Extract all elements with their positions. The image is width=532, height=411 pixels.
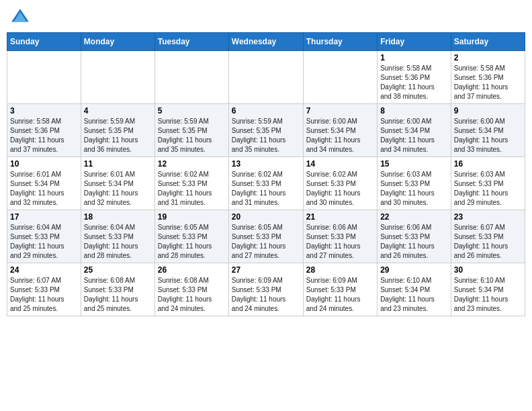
weekday-header: Saturday (451, 33, 525, 51)
calendar-cell (154, 51, 228, 104)
weekday-header: Sunday (7, 33, 81, 51)
day-info: Sunrise: 5:58 AM Sunset: 5:36 PM Dayligh… (10, 117, 78, 154)
day-info: Sunrise: 6:06 AM Sunset: 5:33 PM Dayligh… (306, 223, 374, 261)
calendar-cell: 18Sunrise: 6:04 AM Sunset: 5:33 PM Dayli… (81, 210, 154, 263)
day-info: Sunrise: 6:02 AM Sunset: 5:33 PM Dayligh… (232, 170, 300, 208)
calendar-cell: 6Sunrise: 5:59 AM Sunset: 5:35 PM Daylig… (228, 104, 303, 157)
calendar-cell: 2Sunrise: 5:58 AM Sunset: 5:36 PM Daylig… (451, 51, 525, 104)
day-number: 5 (158, 106, 226, 116)
calendar-week-row: 17Sunrise: 6:04 AM Sunset: 5:33 PM Dayli… (7, 210, 525, 263)
calendar-cell: 16Sunrise: 6:03 AM Sunset: 5:33 PM Dayli… (451, 157, 525, 210)
weekday-header: Thursday (303, 33, 377, 51)
day-number: 12 (158, 159, 226, 169)
day-number: 14 (306, 159, 374, 169)
day-info: Sunrise: 6:01 AM Sunset: 5:34 PM Dayligh… (84, 170, 152, 208)
day-info: Sunrise: 6:00 AM Sunset: 5:34 PM Dayligh… (454, 117, 522, 154)
day-number: 18 (84, 212, 152, 222)
calendar: SundayMondayTuesdayWednesdayThursdayFrid… (7, 32, 525, 316)
day-number: 8 (380, 106, 448, 116)
calendar-cell: 13Sunrise: 6:02 AM Sunset: 5:33 PM Dayli… (228, 157, 303, 210)
calendar-cell: 14Sunrise: 6:02 AM Sunset: 5:33 PM Dayli… (303, 157, 377, 210)
calendar-cell: 9Sunrise: 6:00 AM Sunset: 5:34 PM Daylig… (451, 104, 525, 157)
day-info: Sunrise: 6:02 AM Sunset: 5:33 PM Dayligh… (306, 170, 374, 208)
day-info: Sunrise: 5:59 AM Sunset: 5:35 PM Dayligh… (158, 117, 226, 154)
day-info: Sunrise: 6:01 AM Sunset: 5:34 PM Dayligh… (10, 170, 78, 208)
calendar-cell: 23Sunrise: 6:07 AM Sunset: 5:33 PM Dayli… (451, 210, 525, 263)
weekday-header: Monday (81, 33, 154, 51)
day-number: 19 (158, 212, 226, 222)
day-info: Sunrise: 6:02 AM Sunset: 5:33 PM Dayligh… (158, 170, 226, 208)
calendar-cell: 28Sunrise: 6:09 AM Sunset: 5:33 PM Dayli… (303, 263, 377, 316)
day-info: Sunrise: 6:03 AM Sunset: 5:33 PM Dayligh… (454, 170, 522, 208)
day-info: Sunrise: 6:10 AM Sunset: 5:34 PM Dayligh… (454, 276, 522, 314)
day-number: 27 (232, 265, 300, 275)
day-number: 29 (380, 265, 448, 275)
day-number: 22 (380, 212, 448, 222)
calendar-cell: 27Sunrise: 6:09 AM Sunset: 5:33 PM Dayli… (228, 263, 303, 316)
day-number: 10 (10, 159, 78, 169)
day-info: Sunrise: 6:00 AM Sunset: 5:34 PM Dayligh… (380, 117, 448, 154)
day-info: Sunrise: 6:05 AM Sunset: 5:33 PM Dayligh… (232, 223, 300, 261)
day-number: 25 (84, 265, 152, 275)
calendar-cell: 26Sunrise: 6:08 AM Sunset: 5:33 PM Dayli… (154, 263, 228, 316)
calendar-cell: 20Sunrise: 6:05 AM Sunset: 5:33 PM Dayli… (228, 210, 303, 263)
calendar-cell (303, 51, 377, 104)
calendar-cell: 24Sunrise: 6:07 AM Sunset: 5:33 PM Dayli… (7, 263, 81, 316)
day-info: Sunrise: 6:07 AM Sunset: 5:33 PM Dayligh… (454, 223, 522, 261)
day-number: 2 (454, 53, 522, 62)
calendar-cell: 5Sunrise: 5:59 AM Sunset: 5:35 PM Daylig… (154, 104, 228, 157)
calendar-cell: 25Sunrise: 6:08 AM Sunset: 5:33 PM Dayli… (81, 263, 154, 316)
calendar-cell: 30Sunrise: 6:10 AM Sunset: 5:34 PM Dayli… (451, 263, 525, 316)
day-info: Sunrise: 5:58 AM Sunset: 5:36 PM Dayligh… (454, 64, 522, 101)
weekday-header-row: SundayMondayTuesdayWednesdayThursdayFrid… (7, 33, 525, 51)
day-info: Sunrise: 5:58 AM Sunset: 5:36 PM Dayligh… (380, 64, 448, 101)
day-info: Sunrise: 6:00 AM Sunset: 5:34 PM Dayligh… (306, 117, 374, 154)
day-info: Sunrise: 5:59 AM Sunset: 5:35 PM Dayligh… (84, 117, 152, 154)
weekday-header: Tuesday (154, 33, 228, 51)
calendar-cell: 11Sunrise: 6:01 AM Sunset: 5:34 PM Dayli… (81, 157, 154, 210)
day-number: 3 (10, 106, 78, 116)
calendar-cell: 17Sunrise: 6:04 AM Sunset: 5:33 PM Dayli… (7, 210, 81, 263)
logo-icon (9, 7, 31, 28)
page-header (7, 7, 525, 28)
day-number: 6 (232, 106, 300, 116)
day-number: 1 (380, 53, 448, 62)
calendar-cell: 29Sunrise: 6:10 AM Sunset: 5:34 PM Dayli… (378, 263, 451, 316)
day-info: Sunrise: 6:08 AM Sunset: 5:33 PM Dayligh… (84, 276, 152, 314)
day-number: 4 (84, 106, 152, 116)
day-info: Sunrise: 6:10 AM Sunset: 5:34 PM Dayligh… (380, 276, 448, 314)
day-info: Sunrise: 5:59 AM Sunset: 5:35 PM Dayligh… (232, 117, 300, 154)
calendar-cell: 7Sunrise: 6:00 AM Sunset: 5:34 PM Daylig… (303, 104, 377, 157)
day-number: 21 (306, 212, 374, 222)
calendar-week-row: 1Sunrise: 5:58 AM Sunset: 5:36 PM Daylig… (7, 51, 525, 104)
day-info: Sunrise: 6:04 AM Sunset: 5:33 PM Dayligh… (84, 223, 152, 261)
day-number: 20 (232, 212, 300, 222)
day-number: 30 (454, 265, 522, 275)
calendar-week-row: 24Sunrise: 6:07 AM Sunset: 5:33 PM Dayli… (7, 263, 525, 316)
calendar-week-row: 10Sunrise: 6:01 AM Sunset: 5:34 PM Dayli… (7, 157, 525, 210)
day-info: Sunrise: 6:09 AM Sunset: 5:33 PM Dayligh… (306, 276, 374, 314)
calendar-cell (81, 51, 154, 104)
calendar-cell: 15Sunrise: 6:03 AM Sunset: 5:33 PM Dayli… (378, 157, 451, 210)
day-info: Sunrise: 6:06 AM Sunset: 5:33 PM Dayligh… (380, 223, 448, 261)
day-number: 28 (306, 265, 374, 275)
day-number: 9 (454, 106, 522, 116)
day-number: 23 (454, 212, 522, 222)
day-number: 24 (10, 265, 78, 275)
day-info: Sunrise: 6:03 AM Sunset: 5:33 PM Dayligh… (380, 170, 448, 208)
calendar-cell: 1Sunrise: 5:58 AM Sunset: 5:36 PM Daylig… (378, 51, 451, 104)
day-number: 11 (84, 159, 152, 169)
day-number: 16 (454, 159, 522, 169)
day-info: Sunrise: 6:07 AM Sunset: 5:33 PM Dayligh… (10, 276, 78, 314)
day-number: 15 (380, 159, 448, 169)
day-number: 26 (158, 265, 226, 275)
calendar-cell: 3Sunrise: 5:58 AM Sunset: 5:36 PM Daylig… (7, 104, 81, 157)
day-number: 7 (306, 106, 374, 116)
calendar-cell: 19Sunrise: 6:05 AM Sunset: 5:33 PM Dayli… (154, 210, 228, 263)
day-info: Sunrise: 6:08 AM Sunset: 5:33 PM Dayligh… (158, 276, 226, 314)
weekday-header: Friday (378, 33, 451, 51)
calendar-cell: 22Sunrise: 6:06 AM Sunset: 5:33 PM Dayli… (378, 210, 451, 263)
logo (9, 7, 34, 28)
day-number: 17 (10, 212, 78, 222)
calendar-week-row: 3Sunrise: 5:58 AM Sunset: 5:36 PM Daylig… (7, 104, 525, 157)
